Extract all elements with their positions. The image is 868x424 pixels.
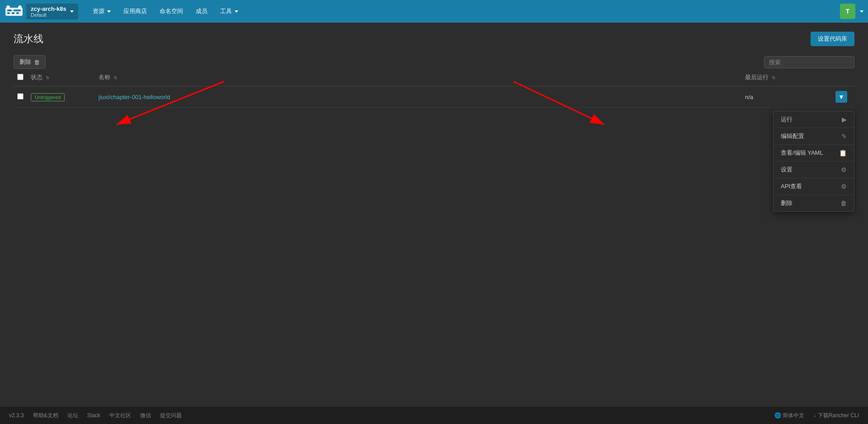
footer-link-slack[interactable]: Slack (87, 412, 100, 419)
menu-item-appstore[interactable]: 应用商店 (118, 5, 152, 18)
delete-icon: 🗑 (840, 200, 847, 207)
topnav-right: T (840, 4, 863, 19)
select-all-checkbox[interactable] (17, 74, 24, 80)
footer-link-wechat[interactable]: 微信 (140, 412, 151, 419)
user-avatar[interactable]: T (840, 4, 855, 19)
footer-link-help[interactable]: 帮助&文档 (33, 412, 58, 419)
pipeline-table: 状态 ⇅ 名称 ⇅ 最后运行 ⇅ Untrigg (14, 69, 854, 108)
toolbar: 删除 🗑 (14, 55, 854, 69)
header-checkbox-col (14, 69, 27, 86)
dropdown-item-view-yaml[interactable]: 查看/编辑 YAML 📋 (774, 145, 854, 162)
menu-item-resources[interactable]: 资源 (87, 5, 116, 18)
topnav-menu: 资源 应用商店 命名空间 成员 工具 (87, 5, 840, 18)
version-label: v2.3.3 (9, 412, 24, 419)
pipeline-name-link[interactable]: jiuxi/chapter-001-helloworld (99, 94, 170, 100)
yaml-icon: 📋 (839, 149, 847, 157)
dropdown-item-delete[interactable]: 删除 🗑 (774, 195, 854, 211)
header-lastrun[interactable]: 最后运行 ⇅ (741, 69, 832, 86)
svg-rect-2 (14, 10, 21, 11)
status-sort-icon: ⇅ (46, 75, 49, 80)
logo (5, 4, 24, 19)
footer: v2.3.3 帮助&文档 论坛 Slack 中文社区 微信 提交问题 🌐 简体中… (0, 407, 868, 424)
avatar-chevron-icon (860, 10, 863, 13)
search-input[interactable] (764, 56, 854, 68)
page-header: 流水线 设置代码库 (14, 32, 854, 46)
dropdown-item-settings[interactable]: 设置 ⚙ (774, 162, 854, 178)
dropdown-item-api[interactable]: API查看 ⚙ (774, 178, 854, 195)
status-badge: Untriggered (31, 93, 65, 101)
dropdown-menu: 运行 ▶ 编辑配置 ✎ 查看/编辑 YAML 📋 设置 ⚙ API查看 ⚙ 删除… (773, 111, 854, 212)
row-action-button[interactable]: ▼ (835, 91, 847, 103)
setup-repo-button[interactable]: 设置代码库 (811, 32, 854, 46)
cluster-name: zcy-arch-k8s (31, 5, 66, 12)
footer-language-selector[interactable]: 🌐 简体中文 (774, 412, 804, 419)
row-name-cell: jiuxi/chapter-001-helloworld (95, 86, 741, 108)
trash-icon: 🗑 (34, 59, 40, 66)
cluster-sub: Default (31, 12, 47, 18)
svg-point-7 (18, 5, 22, 9)
topnav: zcy-arch-k8s Default 资源 应用商店 命名空间 成员 工具 … (0, 0, 868, 23)
avatar-chevron[interactable] (859, 10, 863, 13)
footer-download-cli[interactable]: ↓ 下载Rancher CLI (813, 412, 859, 419)
row-checkbox-cell (14, 86, 27, 108)
svg-point-6 (6, 5, 10, 9)
svg-rect-4 (12, 12, 14, 14)
run-icon: ▶ (842, 116, 847, 123)
header-status[interactable]: 状态 ⇅ (27, 69, 95, 86)
row-lastrun-cell: n/a (741, 86, 832, 108)
resources-chevron-icon (107, 10, 111, 13)
tools-chevron-icon (235, 10, 238, 13)
row-status-cell: Untriggered (27, 86, 95, 108)
settings-icon: ⚙ (841, 166, 847, 173)
cluster-selector[interactable]: zcy-arch-k8s Default (26, 4, 78, 19)
header-action (832, 69, 854, 86)
footer-left: v2.3.3 帮助&文档 论坛 Slack 中文社区 微信 提交问题 (9, 412, 182, 419)
menu-item-namespace[interactable]: 命名空间 (154, 5, 189, 18)
dropdown-item-edit-config[interactable]: 编辑配置 ✎ (774, 128, 854, 145)
delete-button[interactable]: 删除 🗑 (14, 55, 46, 69)
table-row: Untriggered jiuxi/chapter-001-helloworld… (14, 86, 854, 108)
edit-icon: ✎ (841, 133, 847, 140)
svg-rect-3 (7, 12, 10, 14)
table-header: 状态 ⇅ 名称 ⇅ 最后运行 ⇅ (14, 69, 854, 86)
row-checkbox[interactable] (17, 93, 24, 100)
header-name[interactable]: 名称 ⇅ (95, 69, 741, 86)
main-content: 流水线 设置代码库 删除 🗑 状态 ⇅ 名称 ⇅ (0, 23, 868, 407)
footer-link-issue[interactable]: 提交问题 (160, 412, 182, 419)
api-icon: ⚙ (841, 183, 847, 190)
dropdown-item-run[interactable]: 运行 ▶ (774, 111, 854, 128)
footer-link-chinese-community[interactable]: 中文社区 (109, 412, 131, 419)
footer-link-forum[interactable]: 论坛 (67, 412, 78, 419)
page-title: 流水线 (14, 32, 43, 46)
footer-right: 🌐 简体中文 ↓ 下载Rancher CLI (774, 412, 859, 419)
name-sort-icon: ⇅ (113, 75, 117, 80)
table-body: Untriggered jiuxi/chapter-001-helloworld… (14, 86, 854, 108)
menu-item-tools[interactable]: 工具 (215, 5, 244, 18)
row-action-cell: ▼ (832, 86, 854, 108)
svg-rect-5 (16, 12, 19, 14)
lastrun-sort-icon: ⇅ (772, 75, 775, 80)
menu-item-members[interactable]: 成员 (190, 5, 213, 18)
svg-rect-1 (7, 10, 12, 11)
cluster-chevron-icon (70, 10, 74, 13)
